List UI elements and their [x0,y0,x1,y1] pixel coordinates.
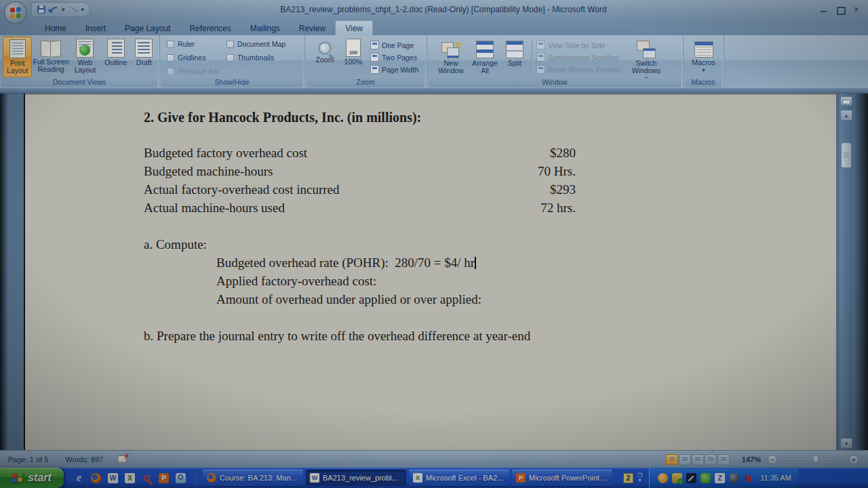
group-macros: Macros ▾ Macros [684,35,724,88]
tab-view[interactable]: View [335,20,373,35]
task-excel[interactable]: X Microsoft Excel - BA2... [409,470,509,486]
ribbon-tab-row: Home Insert Page Layout References Maili… [0,19,868,35]
powerpoint-icon: P [516,473,526,483]
language-bar-icon[interactable]: ❐▾ [637,473,642,483]
web-layout-view-icon[interactable] [692,454,704,465]
zoom-level[interactable]: 147% [742,455,761,464]
proofing-status[interactable] [112,453,132,466]
undo-icon[interactable] [50,7,57,13]
tab-home[interactable]: Home [35,21,76,35]
customize-qat-icon[interactable]: ▾ [81,6,85,13]
document-page[interactable]: 2. Give for Hancock Products, Inc. (in m… [24,94,836,450]
firefox-icon[interactable] [91,473,101,483]
arrange-all-button[interactable]: Arrange All [468,37,502,77]
save-icon[interactable] [37,5,45,14]
vertical-scrollbar[interactable]: ▴ ▾ [840,94,853,450]
tab-mailings[interactable]: Mailings [241,21,290,35]
print-layout-button[interactable]: Print Layout [3,37,32,77]
n-icon[interactable]: N [743,473,753,483]
tab-insert[interactable]: Insert [76,21,115,35]
scroll-up-icon[interactable]: ▴ [840,110,852,121]
zoom-slider[interactable] [782,458,844,460]
tab-references[interactable]: References [180,21,240,35]
document-map-checkbox[interactable]: Document Map [226,39,285,49]
group-window: ★ New Window Arrange All Split View Side… [427,35,684,88]
word-icon[interactable]: W [108,473,118,483]
restore-button[interactable] [835,5,845,14]
tab-page-layout[interactable]: Page Layout [115,21,180,35]
new-window-button[interactable]: ★ New Window [434,37,468,77]
two-pages-button[interactable]: Two Pages [370,52,418,62]
page-indicator[interactable]: Page: 1 of 5 [0,453,57,466]
draft-view-icon[interactable] [717,454,730,465]
macros-button[interactable]: Macros ▾ [687,37,721,77]
shield-icon[interactable] [672,473,682,483]
task-powerpoint[interactable]: P Microsoft PowerPoint ... [512,470,612,486]
zoom-100-button[interactable]: 100% [339,37,368,77]
reset-window-position-button: Reset Window Position [536,64,621,75]
web-layout-icon [76,39,94,58]
outline-view-icon[interactable] [705,454,717,465]
thumbnails-checkbox[interactable]: Thumbnails [226,52,285,63]
gridlines-checkbox[interactable]: Gridlines [167,52,220,63]
office-button[interactable] [4,1,27,24]
tab-review[interactable]: Review [290,21,335,35]
zoom-out-button[interactable]: − [768,455,777,464]
synchronous-scrolling-button: Synchronous Scrolling [536,52,621,62]
scroll-down-icon[interactable]: ▾ [840,438,852,449]
doc-line: Budgeted machine-hours70 Hrs. [144,162,576,180]
draft-button[interactable]: Draft [132,37,157,77]
split-button[interactable]: Split [502,37,528,77]
title-bar: ▾ ▾ BA213_review_problems_chpt_1-2.doc (… [0,0,868,19]
excel-icon[interactable]: X [125,473,135,483]
print-layout-view-icon[interactable] [666,454,678,465]
help-badge-icon[interactable]: 2 [623,473,633,483]
smiley-icon[interactable] [658,473,668,483]
word-count[interactable]: Words: 897 [57,453,112,466]
task-word-document[interactable]: W BA213_review_probl... [306,470,406,486]
zoom-in-button[interactable]: + [849,455,859,464]
checkbox-icon [226,41,234,48]
new-window-icon: ★ [441,41,460,58]
page-width-icon [370,65,379,74]
one-page-button[interactable]: One Page [370,40,418,50]
side-by-side-icon [536,41,545,49]
full-screen-view-icon[interactable] [679,454,691,465]
page-width-button[interactable]: Page Width [370,64,418,75]
wrench-icon[interactable] [686,473,696,483]
window-controls: × [819,5,861,14]
web-layout-button[interactable]: Web Layout [70,37,100,77]
ruler-checkbox[interactable]: Ruler [167,39,220,49]
group-show-hide: Ruler Gridlines Message Bar Document Map [160,35,305,88]
doc-heading: 2. Give for Hancock Products, Inc. (in m… [144,108,815,127]
undo-dropdown-icon[interactable]: ▾ [62,6,65,13]
zoom-slider-thumb[interactable] [813,455,818,463]
sphere-icon[interactable] [729,473,739,483]
switch-windows-button[interactable]: Switch Windows ▾ [627,37,666,81]
green-icon[interactable] [701,473,711,483]
group-document-views: Print Layout Full Screen Reading Web Lay… [0,35,160,88]
start-button[interactable]: start [0,468,64,488]
office-logo-icon [10,7,21,18]
ie-icon[interactable]: e [73,472,85,484]
full-screen-reading-icon [41,41,61,57]
powerpoint-icon[interactable]: P [159,473,169,483]
task-firefox-course[interactable]: Course: BA 213: Man... [203,470,303,486]
clock[interactable]: 11:35 AM [760,474,791,482]
checkbox-icon [167,41,174,48]
checkbox-icon [226,54,234,62]
scrollbar-thumb[interactable] [841,142,852,168]
full-screen-reading-button[interactable]: Full Screen Reading [32,37,69,77]
close-button[interactable]: × [852,5,861,14]
redo-icon[interactable] [70,7,77,13]
minimize-button[interactable] [819,5,829,14]
key-icon[interactable] [144,475,150,481]
view-ruler-toggle-icon[interactable] [840,96,852,106]
zoom-button[interactable]: Zoom [311,37,339,77]
msn-icon[interactable]: O [176,473,186,483]
macros-icon [694,41,713,58]
group-label-macros: Macros [685,78,722,87]
outline-button[interactable]: Outline [100,37,131,77]
notification-area: 2 ❐▾ [623,473,642,483]
z-icon[interactable]: Z [715,473,725,483]
